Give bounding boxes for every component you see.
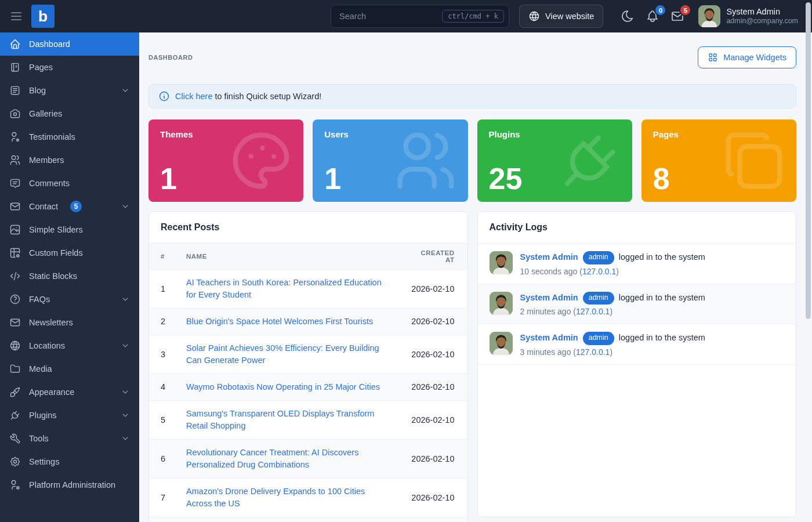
post-title-link[interactable]: Waymo Robotaxis Now Operating in 25 Majo…	[186, 382, 380, 392]
view-website-button[interactable]: View website	[519, 5, 603, 28]
post-title-link[interactable]: Amazon's Drone Delivery Expands to 100 C…	[186, 487, 365, 508]
tool-icon	[9, 433, 21, 444]
log-user-link[interactable]: System Admin	[520, 333, 578, 342]
role-badge: admin	[583, 251, 614, 264]
post-number: 4	[149, 374, 175, 401]
stat-card[interactable]: Plugins 25	[477, 119, 632, 202]
log-time: 3 minutes ago (	[520, 347, 577, 357]
post-title-link[interactable]: Solar Paint Achieves 30% Efficiency: Eve…	[186, 343, 379, 365]
chevron-down-icon	[121, 295, 130, 304]
table-row: 8 SpaceX Starship Successfully Lands on …	[149, 517, 467, 522]
col-name: NAME	[175, 244, 400, 270]
code-icon	[9, 270, 21, 282]
stat-cards: Themes 1 Users 1 Plugins 25 Pages 8	[148, 119, 796, 202]
log-action: logged in to the system	[619, 293, 705, 302]
sidebar-item[interactable]: Appearance	[0, 380, 139, 404]
top-navbar: b ctrl/cmd + k View website 0 5 System A…	[0, 0, 812, 32]
post-date: 2026-02-10	[400, 374, 467, 401]
palette-icon	[227, 126, 295, 195]
sidebar-item[interactable]: Galleries	[0, 102, 139, 125]
sidebar-item[interactable]: Platform Administration	[0, 473, 139, 496]
search-input[interactable]	[338, 11, 442, 21]
app-logo[interactable]: b	[31, 5, 55, 28]
sidebar-item[interactable]: Pages	[0, 56, 139, 79]
sidebar-item[interactable]: Simple Sliders	[0, 218, 139, 241]
post-title-link[interactable]: Revolutionary Cancer Treatment: AI Disco…	[186, 448, 358, 469]
user-menu[interactable]: System Admin admin@company.com	[698, 5, 798, 27]
log-user-link[interactable]: System Admin	[520, 252, 578, 262]
sidebar-item[interactable]: Comments	[0, 172, 139, 195]
table-row: 1 AI Teachers in South Korea: Personaliz…	[149, 270, 467, 309]
col-number: #	[149, 244, 175, 270]
article-icon	[9, 85, 21, 96]
sidebar-item-label: Tools	[29, 434, 49, 443]
sidebar-item[interactable]: Custom Fields	[0, 241, 139, 264]
page-scrollbar[interactable]	[806, 2, 811, 319]
sidebar-item-label: Members	[29, 155, 64, 165]
chevron-down-icon	[121, 341, 130, 350]
setup-wizard-link[interactable]: Click here	[175, 92, 212, 101]
chevron-down-icon	[121, 411, 130, 420]
sidebar-item-label: Dashboard	[29, 39, 70, 49]
brush-icon	[9, 386, 21, 398]
moon-icon	[621, 9, 635, 23]
search-box[interactable]: ctrl/cmd + k	[331, 5, 509, 28]
info-circle-icon	[158, 90, 170, 102]
menu-icon[interactable]	[8, 8, 24, 24]
chevron-down-icon	[121, 202, 130, 211]
sidebar-item-label: Appearance	[29, 387, 74, 397]
sidebar-item[interactable]: Blog	[0, 79, 139, 102]
avatar	[490, 332, 513, 355]
mail-icon	[9, 201, 21, 212]
recent-posts-table: # NAME CREATED AT 1 AI Teachers in South…	[149, 244, 467, 522]
sidebar-item-label: Galleries	[29, 109, 62, 118]
post-date: 2026-02-10	[400, 478, 467, 517]
sidebar-item[interactable]: Settings	[0, 450, 139, 473]
sidebar-item[interactable]: FAQs	[0, 288, 139, 311]
sidebar-item[interactable]: Media	[0, 357, 139, 380]
table-row: 6 Revolutionary Cancer Treatment: AI Dis…	[149, 440, 467, 478]
users-icon	[392, 126, 460, 195]
stat-card[interactable]: Themes 1	[148, 119, 303, 202]
log-user-link[interactable]: System Admin	[520, 293, 578, 302]
log-ip-link[interactable]: 127.0.0.1	[576, 347, 610, 357]
sidebar-item[interactable]: Newsletters	[0, 311, 139, 334]
sidebar-item-label: Settings	[29, 457, 59, 466]
notebook-icon	[9, 61, 21, 73]
list-item: System Admin admin logged in to the syst…	[478, 324, 796, 365]
sidebar-item[interactable]: Locations	[0, 334, 139, 357]
stat-card[interactable]: Pages 8	[641, 119, 796, 202]
log-ip-link[interactable]: 127.0.0.1	[576, 307, 610, 316]
sidebar-item-label: Newsletters	[29, 318, 73, 327]
notifications-button[interactable]: 0	[645, 9, 660, 24]
sidebar-item-label: Pages	[29, 63, 53, 72]
post-title-link[interactable]: Samsung's Transparent OLED Displays Tran…	[186, 409, 374, 430]
log-ip-link[interactable]: 127.0.0.1	[582, 267, 616, 276]
post-title-link[interactable]: AI Teachers in South Korea: Personalized…	[186, 278, 382, 299]
post-number: 1	[149, 270, 175, 309]
post-title-link[interactable]: Blue Origin's Space Hotel Welcomes First…	[186, 317, 373, 326]
camera-icon	[9, 108, 21, 119]
sidebar-item[interactable]: Tools	[0, 427, 139, 450]
messages-button[interactable]: 5	[670, 9, 685, 24]
notification-count-badge: 0	[654, 4, 666, 16]
manage-widgets-button[interactable]: Manage Widgets	[698, 46, 796, 68]
recent-posts-title: Recent Posts	[161, 222, 219, 232]
sidebar-item[interactable]: Static Blocks	[0, 264, 139, 288]
sidebar-item[interactable]: Testimonials	[0, 125, 139, 148]
sidebar-item[interactable]: Plugins	[0, 404, 139, 427]
post-number: 3	[149, 335, 175, 374]
avatar	[490, 251, 513, 274]
sidebar-item-label: Media	[29, 364, 52, 374]
stat-card[interactable]: Users 1	[313, 119, 467, 202]
sidebar-item[interactable]: Dashboard	[0, 32, 139, 56]
sidebar-item-label: Plugins	[29, 411, 57, 420]
table-row: 2 Blue Origin's Space Hotel Welcomes Fir…	[149, 309, 467, 335]
post-date: 2026-02-10	[400, 517, 467, 522]
sidebar-item[interactable]: Members	[0, 148, 139, 172]
folder-icon	[9, 363, 21, 375]
dark-mode-toggle[interactable]	[620, 9, 635, 24]
stat-value: 1	[324, 164, 341, 194]
sidebar-item[interactable]: Contact 5	[0, 195, 139, 218]
mail-icon	[9, 317, 21, 328]
